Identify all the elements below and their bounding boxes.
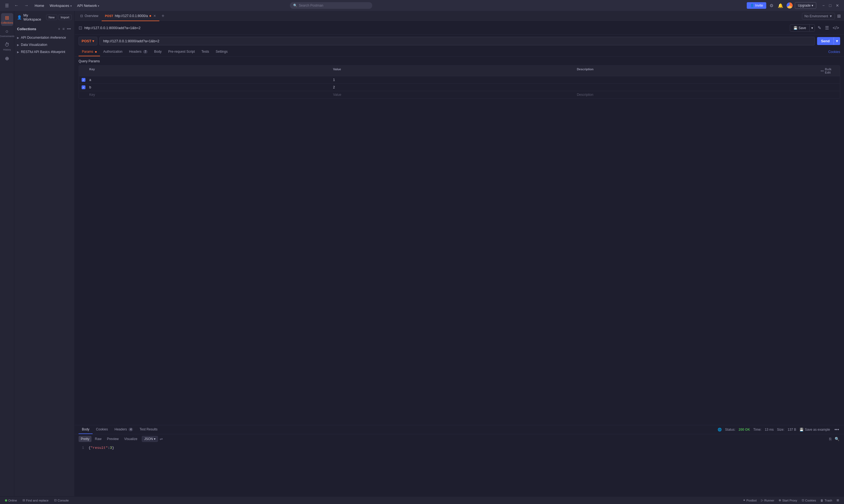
search-response-button[interactable]: 🔍 (834, 436, 840, 442)
time-label: Time: (753, 428, 762, 432)
cookies-resp-tab[interactable]: Cookies (92, 425, 111, 434)
environment-selector[interactable]: No Environment ▼ (802, 13, 835, 19)
sidebar-item-collections[interactable]: ⊞ Collections (1, 13, 13, 26)
runner-button[interactable]: ▷ Runner (759, 498, 776, 503)
save-button[interactable]: 💾 Save (790, 25, 810, 31)
pretty-format-button[interactable]: Pretty (79, 436, 91, 442)
nav-links: Home Workspaces ▾ API Network ▾ (32, 2, 101, 9)
find-replace-button[interactable]: ⊟ Find and replace (21, 498, 50, 503)
params-dot (95, 51, 97, 53)
doc-icon-button[interactable]: ☰ (824, 24, 830, 32)
start-proxy-button[interactable]: ⊕ Start Proxy (777, 498, 799, 503)
save-arrow-button[interactable]: ▾ (810, 25, 815, 31)
request-tabs: Params Authorization Headers 7 Body Pre-… (75, 48, 844, 57)
value-b[interactable]: 2 (330, 84, 574, 91)
new-button[interactable]: New (46, 15, 57, 20)
sidebar-item-history[interactable]: ⏱ History (1, 40, 13, 53)
value-a[interactable]: 1 (330, 76, 574, 84)
more-button[interactable]: ••• (66, 26, 72, 32)
send-button[interactable]: Send (817, 37, 833, 45)
params-title: Query Params (79, 59, 840, 63)
add-collection-button[interactable]: + (57, 26, 61, 32)
search-bar[interactable]: 🔍 Search Postman (290, 2, 372, 9)
body-resp-tab[interactable]: Body (79, 425, 92, 434)
desc-col-header: Description (574, 66, 818, 76)
online-label: Online (8, 499, 17, 502)
upgrade-button[interactable]: Upgrade ▾ (795, 2, 816, 9)
response-more-button[interactable]: ••• (833, 426, 840, 433)
icon-sidebar: ⊞ Collections ○ Environments ⏱ History ⊕ (0, 11, 14, 496)
actions-b (818, 84, 840, 91)
console-button[interactable]: ⊡ Console (52, 498, 70, 503)
layout-status-button[interactable]: ⊞ (835, 498, 841, 503)
key-b[interactable]: b (87, 84, 330, 91)
key-placeholder[interactable]: Key (87, 91, 330, 98)
value-placeholder[interactable]: Value (330, 91, 574, 98)
active-request-tab[interactable]: POST http://127.0.0.1:8000/a ✕ (102, 11, 159, 21)
back-button[interactable]: ← (13, 2, 20, 9)
maximize-button[interactable]: □ (828, 3, 833, 8)
api-network-nav[interactable]: API Network ▾ (75, 2, 102, 9)
sidebar-item-environments[interactable]: ○ Environments (1, 27, 13, 39)
find-replace-label: Find and replace (26, 499, 49, 502)
invite-button[interactable]: 👤 Invite (747, 2, 767, 9)
tab-close-icon[interactable]: ✕ (153, 14, 156, 18)
cookies-link[interactable]: Cookies (828, 50, 840, 54)
headers-badge: 7 (143, 50, 148, 54)
headers-resp-tab[interactable]: Headers 4 (111, 425, 136, 434)
collection-api-docs[interactable]: ▶ API Documentation #reference (14, 34, 74, 41)
wrap-button[interactable]: ⇌ (159, 436, 163, 442)
desc-placeholder[interactable]: Description (574, 91, 818, 98)
key-a[interactable]: a (87, 76, 330, 84)
workspaces-nav[interactable]: Workspaces ▾ (48, 2, 74, 9)
checkbox-b[interactable]: ✓ (79, 84, 87, 91)
close-button[interactable]: ✕ (834, 3, 841, 8)
minimize-button[interactable]: − (821, 3, 826, 8)
test-results-tab[interactable]: Test Results (136, 425, 161, 434)
headers-tab[interactable]: Headers 7 (126, 48, 151, 56)
checkbox-a[interactable]: ✓ (79, 76, 87, 84)
bulk-edit-btn[interactable]: ••• Bulk Edit (818, 66, 840, 76)
params-tab[interactable]: Params (79, 48, 100, 56)
json-format-selector[interactable]: JSON ▾ (142, 436, 158, 442)
import-button[interactable]: Import (58, 15, 72, 20)
collection-restful[interactable]: ▶ RESTful API Basics #blueprint (14, 48, 74, 55)
bulk-edit-label: Bulk Edit (825, 68, 837, 74)
panel-actions: + ≡ ••• (57, 26, 72, 32)
settings-button[interactable]: ⚙ (769, 2, 775, 9)
forward-button[interactable]: → (22, 2, 30, 9)
url-input[interactable] (100, 37, 815, 45)
preview-format-button[interactable]: Preview (105, 436, 121, 442)
home-nav[interactable]: Home (32, 2, 47, 9)
send-arrow-button[interactable]: ▾ (833, 37, 840, 45)
bell-button[interactable]: 🔔 (777, 2, 785, 9)
postbot-button[interactable]: ✦ Postbot (741, 498, 758, 503)
visualize-format-button[interactable]: Visualize (122, 436, 140, 442)
desc-a[interactable] (574, 76, 818, 84)
api-network-arrow: ▾ (98, 4, 99, 7)
code-icon-button[interactable]: </> (832, 24, 840, 32)
overview-tab[interactable]: ⊡ Overview (77, 11, 102, 21)
settings-tab[interactable]: Settings (212, 48, 231, 56)
trash-button[interactable]: 🗑 Trash (819, 498, 834, 503)
collection-data-viz[interactable]: ▶ Data Visualization (14, 41, 74, 48)
desc-b[interactable] (574, 84, 818, 91)
add-tab-button[interactable]: + (159, 13, 167, 19)
collection-name: API Documentation #reference (21, 36, 66, 39)
menu-button[interactable]: ☰ (3, 2, 11, 9)
cookies-status-button[interactable]: ⊡ Cookies (800, 498, 818, 503)
copy-response-button[interactable]: ⎘ (828, 436, 832, 442)
authorization-tab[interactable]: Authorization (100, 48, 126, 56)
method-selector[interactable]: POST ▾ (79, 37, 97, 45)
pre-request-tab[interactable]: Pre-request Script (165, 48, 198, 56)
tests-tab[interactable]: Tests (198, 48, 212, 56)
online-status[interactable]: Online (3, 498, 19, 503)
save-example-button[interactable]: 💾 Save as example (799, 428, 830, 432)
layout-button[interactable]: ⊞ (836, 12, 842, 20)
raw-format-button[interactable]: Raw (92, 436, 104, 442)
body-tab[interactable]: Body (151, 48, 165, 56)
sidebar-item-mock[interactable]: ⊕ (1, 54, 13, 63)
filter-button[interactable]: ≡ (62, 26, 65, 32)
edit-icon-button[interactable]: ✎ (816, 24, 822, 32)
proxy-icon: ⊕ (779, 499, 781, 502)
